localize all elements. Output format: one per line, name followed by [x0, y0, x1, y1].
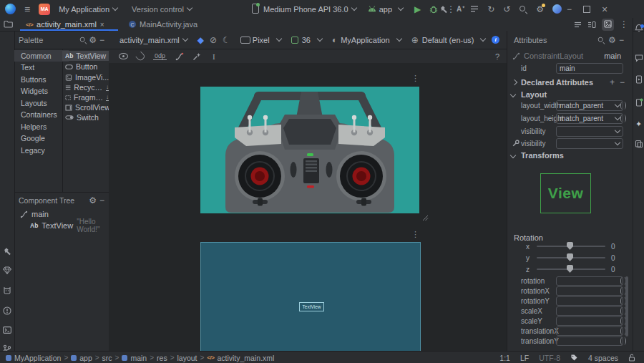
locale-picker[interactable]: ⊕ Default (en-us): [411, 36, 486, 44]
lock-icon[interactable]: [628, 354, 635, 362]
file-encoding[interactable]: UTF-8: [539, 354, 560, 362]
autoconnect-icon[interactable]: [135, 51, 146, 62]
design-canvas[interactable]: ⋮ ⋮ TextView: [109, 63, 507, 351]
blueprint-view[interactable]: [200, 242, 421, 352]
palette-item-scrollview[interactable]: ScrollView: [62, 102, 112, 112]
expand-icon[interactable]: [512, 79, 517, 84]
design-surface-icon[interactable]: ◆: [197, 36, 204, 44]
theme-picker[interactable]: ◐ MyApplication: [332, 36, 401, 44]
vcs-selector[interactable]: Version control: [132, 5, 192, 14]
design-view-menu-icon[interactable]: ⋮: [411, 74, 419, 82]
device-selector[interactable]: Medium Phone API 36.0: [263, 5, 356, 14]
info-icon[interactable]: i: [492, 36, 499, 44]
running-devices-icon[interactable]: [635, 75, 643, 84]
project-tool-window-icon[interactable]: [4, 20, 13, 28]
indent-config[interactable]: 4 spaces: [588, 354, 618, 362]
slider-thumb[interactable]: [567, 253, 573, 261]
crumb-myapplication[interactable]: MyApplication: [14, 354, 61, 362]
run-icon[interactable]: ▶: [414, 5, 421, 14]
close-tab-icon[interactable]: ×: [100, 21, 104, 29]
tab-mainactivity-java[interactable]: C MainActivity.java: [123, 18, 203, 31]
component-tree-hide-icon[interactable]: −: [99, 196, 104, 205]
palette-item-fragment[interactable]: Fragmen... ↓: [62, 92, 112, 102]
line-separator[interactable]: LF: [520, 354, 529, 362]
crumb-layout[interactable]: layout: [177, 354, 197, 362]
component-tree-settings-icon[interactable]: ⚙: [89, 196, 97, 205]
account-avatar[interactable]: [552, 4, 562, 14]
clear-constraints-icon[interactable]: [175, 52, 184, 61]
blueprint-view-menu-icon[interactable]: ⋮: [411, 231, 419, 238]
slider-thumb[interactable]: [567, 265, 573, 273]
attributes-settings-icon[interactable]: ⚙: [608, 36, 616, 44]
attributes-hide-icon[interactable]: −: [619, 36, 624, 44]
device-screen-art[interactable]: [200, 87, 419, 213]
design-off-icon[interactable]: ⊘: [210, 36, 217, 44]
terminal-icon[interactable]: [3, 326, 11, 334]
todo-list-icon[interactable]: [470, 5, 479, 13]
layout-height-select[interactable]: match_parent: [556, 113, 623, 124]
run-config-selector[interactable]: app: [368, 5, 403, 14]
scalex-input[interactable]: [556, 306, 623, 316]
collapse-icon[interactable]: [510, 152, 516, 158]
logcat-icon[interactable]: [3, 286, 11, 295]
design-view-icon[interactable]: [602, 19, 614, 31]
tag-icon[interactable]: [570, 354, 578, 362]
layout-section-row[interactable]: Layout: [507, 89, 633, 100]
debug-icon[interactable]: [429, 5, 438, 14]
flag-toggle-icon[interactable]: [620, 337, 626, 345]
flag-toggle-icon[interactable]: [620, 102, 626, 110]
declared-attributes-row[interactable]: Declared Attributes + −: [507, 77, 633, 87]
crumb-app[interactable]: app: [79, 354, 92, 362]
view-options-icon[interactable]: [119, 53, 128, 59]
layout-width-select[interactable]: match_parent: [556, 100, 623, 111]
remove-attribute-icon[interactable]: −: [620, 78, 625, 87]
text-insert-icon[interactable]: I: [213, 52, 215, 61]
palette-settings-icon[interactable]: ⚙: [89, 36, 97, 44]
palette-item-recyclerview[interactable]: Recycler... ↓: [62, 82, 112, 92]
palette-item-imageview[interactable]: ImageVi...: [62, 72, 112, 82]
minimize-window-icon[interactable]: −: [567, 5, 572, 14]
tree-node-textview[interactable]: Ab TextView "Hello World!": [14, 220, 109, 231]
id-input[interactable]: main: [556, 63, 623, 74]
infer-constraints-wand-icon[interactable]: [192, 52, 201, 61]
scaley-input[interactable]: [556, 316, 623, 326]
translationy-input[interactable]: [556, 337, 623, 346]
build-tool-icon[interactable]: [3, 247, 11, 256]
help-icon[interactable]: ?: [495, 52, 499, 61]
resize-handle-icon[interactable]: [422, 215, 429, 221]
palette-item-switch[interactable]: Switch: [62, 112, 112, 122]
gemini-chat-icon[interactable]: [635, 54, 643, 62]
flag-toggle-icon[interactable]: [620, 115, 626, 122]
gemini-sparkle-icon[interactable]: ✦: [635, 120, 642, 129]
dependencies-gem-icon[interactable]: [3, 266, 11, 274]
collapse-icon[interactable]: [510, 91, 516, 97]
notifications-bell-icon[interactable]: [635, 25, 643, 34]
crumb-src[interactable]: src: [102, 354, 112, 362]
build-hammer-icon[interactable]: [439, 5, 448, 14]
caret-position[interactable]: 1:1: [499, 354, 510, 362]
attributes-scrollbar[interactable]: [625, 276, 628, 337]
crumb-res[interactable]: res: [157, 354, 167, 362]
update-icon[interactable]: ↺: [503, 5, 510, 14]
layout-file-selector[interactable]: activity_main.xml: [119, 36, 187, 44]
rotationx-input[interactable]: [556, 286, 623, 296]
rotationy-input[interactable]: [556, 296, 623, 306]
translationx-input[interactable]: [556, 326, 623, 336]
ai-actions-icon[interactable]: A ✦: [457, 5, 462, 13]
palette-item-button[interactable]: Button: [62, 62, 112, 72]
transforms-section-row[interactable]: Transforms: [507, 150, 633, 160]
close-window-icon[interactable]: ×: [602, 4, 608, 14]
structure-copy-icon[interactable]: [635, 140, 643, 148]
tab-options-icon[interactable]: ⋮: [620, 20, 628, 29]
main-menu-icon[interactable]: ≡: [24, 4, 30, 14]
split-view-icon[interactable]: [587, 21, 596, 29]
tools-visibility-select[interactable]: [556, 138, 623, 149]
visibility-select[interactable]: [556, 126, 623, 137]
palette-hide-icon[interactable]: −: [99, 36, 104, 44]
crumb-main[interactable]: main: [130, 354, 147, 362]
settings-icon[interactable]: ⚙: [536, 5, 544, 14]
device-manager-icon[interactable]: [635, 98, 643, 107]
night-mode-icon[interactable]: ☾: [223, 36, 230, 44]
blueprint-textview-widget[interactable]: TextView: [299, 302, 324, 311]
slider-thumb[interactable]: [567, 242, 573, 250]
